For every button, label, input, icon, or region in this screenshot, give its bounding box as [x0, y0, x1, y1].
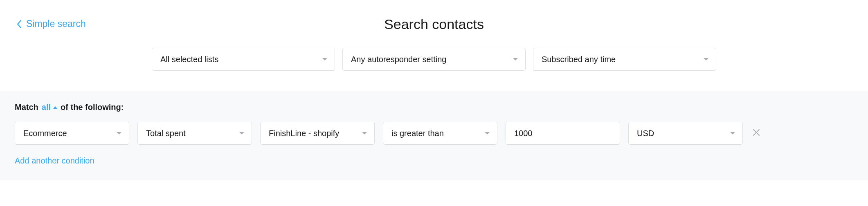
condition-row: Ecommerce Total spent FinishLine - shopi… — [15, 122, 853, 145]
chevron-left-icon — [16, 20, 22, 29]
chevron-down-icon — [362, 132, 367, 134]
condition-value-input[interactable] — [506, 122, 620, 145]
match-suffix: of the following: — [61, 103, 124, 112]
condition-category-label: Ecommerce — [23, 129, 67, 138]
condition-category-select[interactable]: Ecommerce — [15, 122, 129, 145]
condition-currency-label: USD — [637, 129, 654, 138]
filter-lists-select[interactable]: All selected lists — [152, 48, 335, 71]
chevron-down-icon — [704, 58, 708, 60]
chevron-down-icon — [730, 132, 735, 134]
remove-condition-button[interactable] — [751, 127, 762, 139]
condition-operator-select[interactable]: is greater than — [383, 122, 497, 145]
match-mode-label: all — [42, 103, 51, 112]
chevron-down-icon — [485, 132, 490, 134]
caret-up-icon — [53, 106, 57, 109]
chevron-down-icon — [117, 132, 121, 134]
condition-currency-select[interactable]: USD — [628, 122, 743, 145]
add-condition-link[interactable]: Add another condition — [15, 156, 853, 166]
condition-metric-label: Total spent — [146, 129, 186, 138]
filter-lists-label: All selected lists — [160, 55, 218, 64]
match-prefix: Match — [15, 103, 38, 112]
chevron-down-icon — [322, 58, 327, 60]
filter-subscribed-select[interactable]: Subscribed any time — [533, 48, 716, 71]
condition-metric-select[interactable]: Total spent — [137, 122, 252, 145]
match-line: Match all of the following: — [15, 103, 853, 112]
condition-store-label: FinishLine - shopify — [269, 129, 339, 138]
close-icon — [753, 129, 760, 136]
match-mode-toggle[interactable]: all — [42, 103, 57, 112]
back-link-label: Simple search — [26, 18, 86, 29]
filter-row: All selected lists Any autoresponder set… — [16, 48, 852, 71]
simple-search-back-link[interactable]: Simple search — [16, 18, 86, 29]
chevron-down-icon — [513, 58, 518, 60]
conditions-panel: Match all of the following: Ecommerce To… — [0, 91, 868, 180]
condition-operator-label: is greater than — [391, 129, 444, 138]
filter-subscribed-label: Subscribed any time — [542, 55, 616, 64]
condition-store-select[interactable]: FinishLine - shopify — [260, 122, 375, 145]
filter-autoresponder-select[interactable]: Any autoresponder setting — [342, 48, 526, 71]
page-title: Search contacts — [16, 16, 852, 32]
filter-autoresponder-label: Any autoresponder setting — [351, 55, 447, 64]
chevron-down-icon — [239, 132, 244, 134]
